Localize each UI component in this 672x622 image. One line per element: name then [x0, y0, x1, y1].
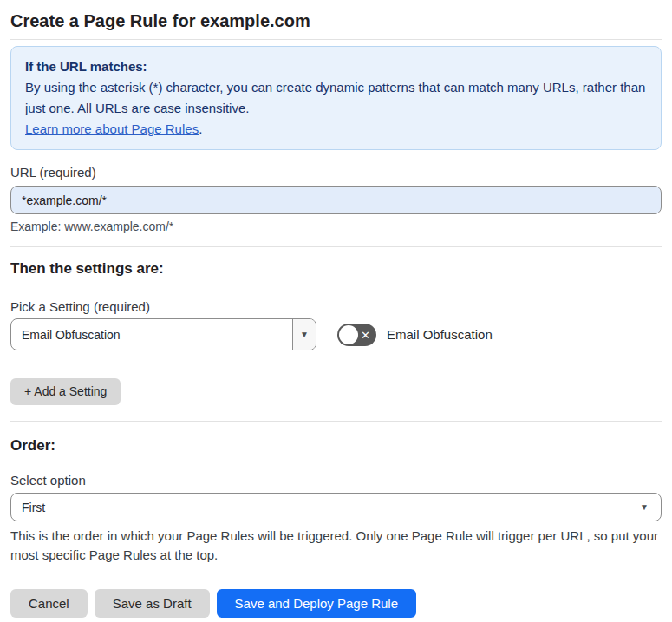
- toggle-knob: [339, 325, 358, 344]
- order-helper-text: This is the order in which your Page Rul…: [10, 527, 662, 565]
- toggle-off-x-icon: ✕: [361, 329, 370, 340]
- order-select[interactable]: First ▼: [10, 493, 662, 521]
- setting-select[interactable]: Email Obfuscation ▼: [10, 318, 316, 350]
- footer-actions: Cancel Save as Draft Save and Deploy Pag…: [10, 589, 662, 618]
- pick-setting-label: Pick a Setting (required): [10, 300, 662, 314]
- page-title: Create a Page Rule for example.com: [10, 10, 662, 31]
- email-obfuscation-toggle[interactable]: ✕: [337, 324, 376, 346]
- setting-row: Email Obfuscation ▼ ✕ Email Obfuscation: [10, 318, 662, 350]
- url-match-info-box: If the URL matches: By using the asteris…: [10, 46, 662, 150]
- learn-more-link[interactable]: Learn more about Page Rules: [25, 121, 199, 136]
- section-divider: [10, 246, 662, 247]
- title-divider: [10, 39, 662, 40]
- create-page-rule-panel: Create a Page Rule for example.com If th…: [0, 0, 672, 618]
- info-box-heading: If the URL matches:: [25, 56, 647, 77]
- caret-down-icon: ▼: [640, 502, 649, 512]
- url-example-helper: Example: www.example.com/*: [10, 219, 662, 233]
- link-suffix: .: [199, 121, 202, 136]
- settings-section-heading: Then the settings are:: [10, 259, 662, 278]
- save-deploy-button[interactable]: Save and Deploy Page Rule: [217, 589, 416, 618]
- dropdown-arrow-icon: ▼: [300, 330, 309, 339]
- cancel-button[interactable]: Cancel: [10, 589, 88, 618]
- info-box-link-row: Learn more about Page Rules.: [25, 119, 647, 140]
- footer-divider: [10, 573, 662, 573]
- toggle-label: Email Obfuscation: [387, 327, 493, 342]
- info-box-body: By using the asterisk (*) character, you…: [25, 77, 647, 119]
- save-draft-button[interactable]: Save as Draft: [95, 589, 210, 618]
- url-label: URL (required): [10, 166, 662, 180]
- order-select-value: First: [22, 501, 45, 514]
- setting-select-value: Email Obfuscation: [11, 319, 292, 350]
- add-setting-button[interactable]: + Add a Setting: [10, 378, 121, 405]
- order-section-heading: Order:: [10, 436, 662, 455]
- url-input[interactable]: [10, 186, 662, 214]
- section-divider: [10, 421, 662, 422]
- setting-select-arrow-button[interactable]: ▼: [292, 319, 316, 350]
- order-select-label: Select option: [10, 474, 662, 488]
